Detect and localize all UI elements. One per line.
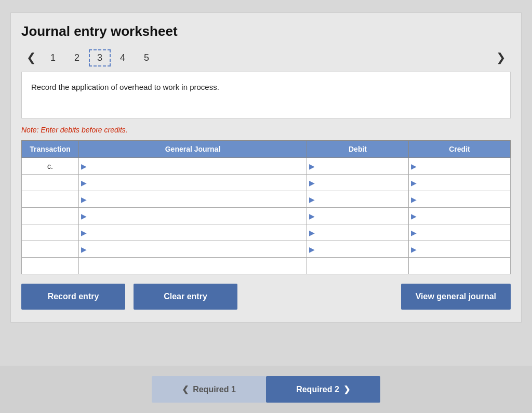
journal-cell-2[interactable]: ▶: [79, 191, 307, 208]
row-arrow-credit-1: ▶: [409, 175, 419, 191]
row-arrow-credit-2: ▶: [409, 191, 419, 207]
credit-cell-4[interactable]: ▶: [409, 224, 511, 241]
debit-cell-0[interactable]: ▶: [307, 158, 409, 175]
view-general-journal-button[interactable]: View general journal: [401, 284, 511, 310]
journal-cell-0[interactable]: ▶: [79, 158, 307, 175]
row-arrow-credit-0: ▶: [409, 158, 419, 174]
debit-input-5[interactable]: [317, 241, 408, 257]
journal-cell-4[interactable]: ▶: [79, 224, 307, 241]
transaction-cell-2: [22, 191, 79, 208]
nav-step-4[interactable]: 4: [111, 50, 135, 65]
row-arrow-debit-2: ▶: [307, 191, 317, 207]
required-2-next-arrow: ❯: [343, 384, 350, 394]
journal-cell-3[interactable]: ▶: [79, 208, 307, 224]
credit-input-2[interactable]: [419, 191, 510, 207]
journal-cell-1[interactable]: ▶: [79, 175, 307, 191]
credit-cell-5[interactable]: ▶: [409, 241, 511, 258]
journal-table: Transaction General Journal Debit Credit…: [21, 140, 511, 274]
nav-step-2[interactable]: 2: [65, 50, 89, 65]
clear-entry-button[interactable]: Clear entry: [134, 284, 237, 310]
journal-cell-6[interactable]: [79, 258, 307, 274]
credit-cell-2[interactable]: ▶: [409, 191, 511, 208]
credit-cell-3[interactable]: ▶: [409, 208, 511, 224]
nav-step-5[interactable]: 5: [135, 50, 158, 65]
required-1-label: Required 1: [193, 385, 236, 394]
debit-cell-2[interactable]: ▶: [307, 191, 409, 208]
transaction-cell-3: [22, 208, 79, 224]
instruction-text: Record the application of overhead to wo…: [31, 83, 219, 91]
credit-input-5[interactable]: [419, 241, 510, 257]
bottom-navigation: ❮ Required 1 Required 2 ❯: [0, 366, 532, 413]
required-2-label: Required 2: [296, 385, 339, 394]
required-1-prev-arrow: ❮: [182, 384, 189, 394]
debit-cell-1[interactable]: ▶: [307, 175, 409, 191]
debit-cell-4[interactable]: ▶: [307, 224, 409, 241]
nav-step-1[interactable]: 1: [41, 50, 65, 65]
transaction-cell-1: [22, 175, 79, 191]
row-arrow-credit-3: ▶: [409, 208, 419, 224]
row-arrow-journal-2: ▶: [79, 191, 89, 207]
required-1-button[interactable]: ❮ Required 1: [152, 376, 266, 403]
credit-input-0[interactable]: [419, 158, 510, 174]
table-row: ▶ ▶ ▶: [22, 208, 511, 224]
nav-prev-arrow[interactable]: ❮: [21, 49, 41, 66]
row-arrow-journal-5: ▶: [79, 241, 89, 257]
journal-cell-5[interactable]: ▶: [79, 241, 307, 258]
credit-input-1[interactable]: [419, 175, 510, 191]
record-entry-button[interactable]: Record entry: [21, 284, 125, 310]
table-row: c. ▶ ▶ ▶: [22, 158, 511, 175]
journal-input-4[interactable]: [89, 224, 307, 241]
journal-input-1[interactable]: [89, 175, 307, 191]
debit-cell-3[interactable]: ▶: [307, 208, 409, 224]
journal-input-3[interactable]: [89, 208, 307, 224]
transaction-cell-5: [22, 241, 79, 258]
row-arrow-journal-3: ▶: [79, 208, 89, 224]
row-arrow-debit-3: ▶: [307, 208, 317, 224]
nav-step-3[interactable]: 3: [89, 49, 111, 66]
col-header-debit: Debit: [307, 141, 409, 158]
action-buttons: Record entry Clear entry View general jo…: [21, 284, 511, 310]
journal-input-5[interactable]: [89, 241, 307, 257]
debit-input-0[interactable]: [317, 158, 408, 174]
row-arrow-journal-1: ▶: [79, 175, 89, 191]
row-arrow-debit-4: ▶: [307, 224, 317, 241]
debit-input-6[interactable]: [307, 258, 408, 274]
credit-cell-0[interactable]: ▶: [409, 158, 511, 175]
transaction-cell-0: c.: [22, 158, 79, 175]
credit-input-4[interactable]: [419, 224, 510, 241]
transaction-cell-4: [22, 224, 79, 241]
debit-input-2[interactable]: [317, 191, 408, 207]
journal-input-6[interactable]: [79, 258, 307, 274]
debit-input-4[interactable]: [317, 224, 408, 241]
credit-cell-6[interactable]: [409, 258, 511, 274]
page-title: Journal entry worksheet: [21, 23, 511, 39]
debit-input-1[interactable]: [317, 175, 408, 191]
journal-input-2[interactable]: [89, 191, 307, 207]
debit-cell-6[interactable]: [307, 258, 409, 274]
table-row: ▶ ▶ ▶: [22, 241, 511, 258]
debit-input-3[interactable]: [317, 208, 408, 224]
transaction-cell-6: [22, 258, 79, 274]
row-arrow-journal-0: ▶: [79, 158, 89, 174]
row-arrow-debit-1: ▶: [307, 175, 317, 191]
instruction-box: Record the application of overhead to wo…: [21, 72, 511, 118]
required-2-button[interactable]: Required 2 ❯: [266, 376, 380, 403]
note-text: Note: Enter debits before credits.: [21, 126, 511, 134]
credit-cell-1[interactable]: ▶: [409, 175, 511, 191]
table-row: ▶ ▶ ▶: [22, 224, 511, 241]
table-row: [22, 258, 511, 274]
col-header-transaction: Transaction: [22, 141, 79, 158]
row-arrow-journal-4: ▶: [79, 224, 89, 241]
row-arrow-debit-0: ▶: [307, 158, 317, 174]
credit-input-3[interactable]: [419, 208, 510, 224]
credit-input-6[interactable]: [409, 258, 510, 274]
nav-next-arrow[interactable]: ❯: [491, 49, 511, 66]
col-header-journal: General Journal: [79, 141, 307, 158]
journal-input-0[interactable]: [89, 158, 307, 174]
row-arrow-credit-4: ▶: [409, 224, 419, 241]
debit-cell-5[interactable]: ▶: [307, 241, 409, 258]
row-arrow-credit-5: ▶: [409, 241, 419, 257]
step-navigation: ❮ 1 2 3 4 5 ❯: [21, 49, 511, 66]
row-arrow-debit-5: ▶: [307, 241, 317, 257]
table-row: ▶ ▶ ▶: [22, 191, 511, 208]
